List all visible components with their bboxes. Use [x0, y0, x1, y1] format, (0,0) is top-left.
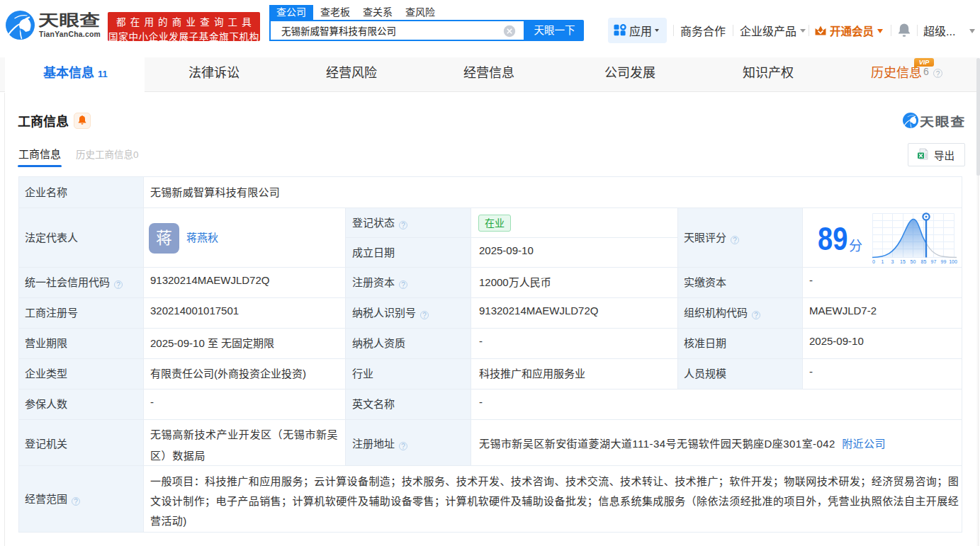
svg-text:15: 15: [900, 259, 906, 264]
svg-text:99: 99: [941, 259, 947, 264]
svg-text:3: 3: [891, 259, 894, 264]
svg-text:97: 97: [931, 259, 937, 264]
svg-text:0: 0: [872, 259, 875, 264]
svg-text:100: 100: [949, 259, 957, 264]
svg-text:50: 50: [911, 259, 916, 264]
svg-text:85: 85: [921, 259, 927, 264]
svg-text:1: 1: [882, 259, 884, 264]
